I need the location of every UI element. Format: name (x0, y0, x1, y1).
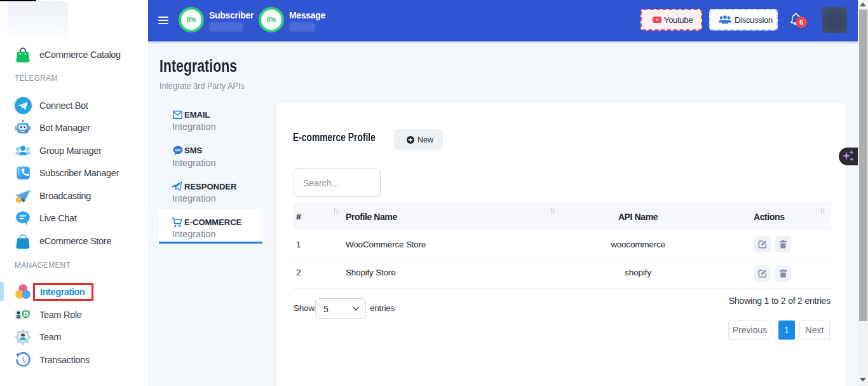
svg-text:SMS: SMS (175, 149, 181, 152)
